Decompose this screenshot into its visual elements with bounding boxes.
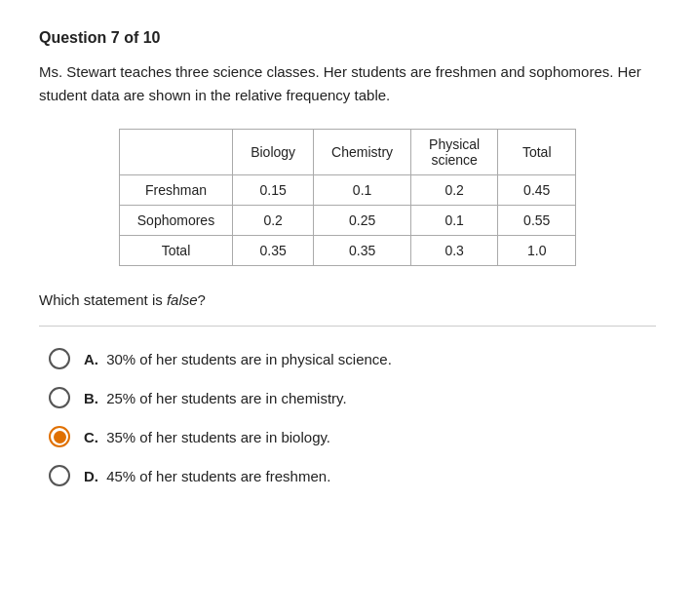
question-title: Question 7 of 10 [39,29,160,46]
row-label: Freshman [119,175,232,206]
radio-inner [54,431,66,443]
row-cell: 0.15 [233,175,314,206]
row-cell: 0.3 [411,236,498,266]
question-text: Ms. Stewart teaches three science classe… [39,60,656,107]
row-cell: 0.1 [411,206,498,236]
radio-a[interactable] [49,348,70,369]
table-row: Sophomores0.20.250.10.55 [119,206,575,236]
frequency-table: Biology Chemistry Physicalscience Total … [119,129,576,266]
prompt-text: Which statement is false? [39,291,656,308]
option-c[interactable]: C. 35% of her students are in biology. [49,426,656,447]
row-cell: 0.1 [314,175,411,206]
radio-b[interactable] [49,387,70,408]
option-label-b: B. [84,390,98,406]
option-label-d: D. [84,468,98,484]
radio-c[interactable] [49,426,70,447]
row-cell: 0.2 [233,206,314,236]
option-d[interactable]: D. 45% of her students are freshmen. [49,465,656,486]
option-label-c: C. [84,429,98,445]
option-b[interactable]: B. 25% of her students are in chemistry. [49,387,656,408]
col-header-physical: Physicalscience [411,130,498,175]
table-row: Total0.350.350.31.0 [119,236,575,266]
row-cell: 0.45 [498,175,576,206]
options-list: A. 30% of her students are in physical s… [39,348,656,486]
option-label-a: A. [84,351,98,367]
question-header: Question 7 of 10 [39,29,656,47]
row-cell: 0.55 [498,206,576,236]
col-header-total: Total [498,130,576,175]
row-label: Total [119,236,232,266]
col-header-biology: Biology [233,130,314,175]
table-row: Freshman0.150.10.20.45 [119,175,575,206]
row-cell: 1.0 [498,236,576,266]
table-wrapper: Biology Chemistry Physicalscience Total … [39,129,656,266]
row-label: Sophomores [119,206,232,236]
option-text-d: D. 45% of her students are freshmen. [84,468,330,484]
question-body: Ms. Stewart teaches three science classe… [39,63,641,103]
row-cell: 0.25 [314,206,411,236]
col-header-chemistry: Chemistry [314,130,411,175]
row-cell: 0.2 [411,175,498,206]
row-cell: 0.35 [233,236,314,266]
divider [39,326,656,327]
row-cell: 0.35 [314,236,411,266]
option-text-c: C. 35% of her students are in biology. [84,429,330,445]
radio-d[interactable] [49,465,70,486]
col-header-empty [119,130,232,175]
option-a[interactable]: A. 30% of her students are in physical s… [49,348,656,369]
option-text-a: A. 30% of her students are in physical s… [84,351,392,367]
option-text-b: B. 25% of her students are in chemistry. [84,390,347,406]
